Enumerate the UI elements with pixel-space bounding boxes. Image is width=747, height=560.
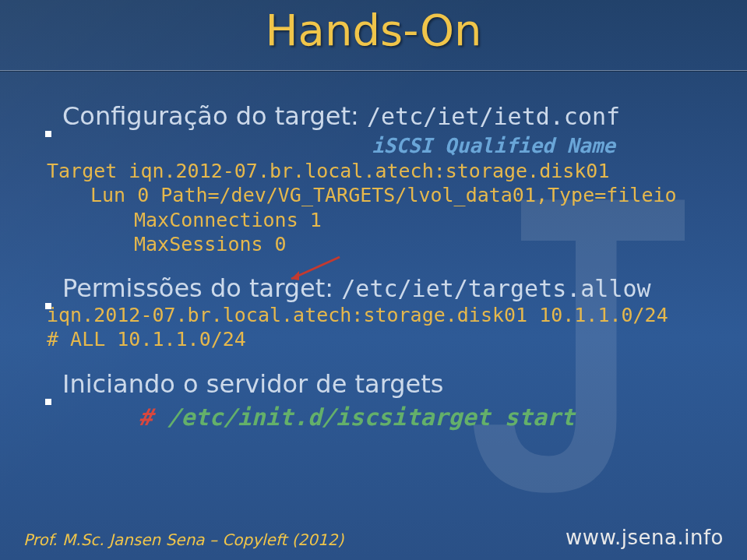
bullet-label: Configuração do target: bbox=[62, 101, 367, 131]
code-line: # ALL 10.1.1.0/24 bbox=[47, 328, 246, 350]
slide-title: Hands-On bbox=[0, 5, 747, 55]
bullet-icon bbox=[45, 303, 51, 309]
command-line: # /etc/init.d/iscsitarget start bbox=[139, 403, 716, 431]
footer-author: Prof. M.Sc. Jansen Sena – Copyleft (2012… bbox=[23, 530, 344, 549]
code-line: MaxConnections 1 bbox=[134, 208, 716, 232]
code-ietd-conf: Target iqn.2012-07.br.local.atech:storag… bbox=[47, 159, 716, 256]
slide: Hands-On Configuração do target: /etc/ie… bbox=[0, 0, 747, 560]
prompt-hash: # bbox=[139, 403, 167, 431]
bullet-label: Permissões do target: bbox=[62, 273, 341, 303]
title-divider bbox=[0, 70, 747, 72]
code-line: iqn.2012-07.br.local.atech:storage.disk0… bbox=[47, 304, 668, 326]
footer-url: www.jsena.info bbox=[566, 526, 724, 549]
bullet-label: Iniciando o servidor de targets bbox=[62, 369, 444, 399]
bullet-text: Permissões do target: /etc/iet/targets.a… bbox=[62, 273, 651, 303]
bullet-config-target: Configuração do target: /etc/iet/ietd.co… bbox=[45, 101, 716, 131]
bullet-text: Configuração do target: /etc/iet/ietd.co… bbox=[62, 101, 620, 131]
code-line: Lun 0 Path=/dev/VG_TARGETS/lvol_data01,T… bbox=[90, 183, 716, 207]
annotation-iqn: iSCSI Qualified Name bbox=[271, 134, 716, 157]
bullet-path: /etc/iet/targets.allow bbox=[341, 275, 650, 302]
command-text: /etc/init.d/iscsitarget start bbox=[167, 403, 575, 431]
bullet-icon bbox=[45, 399, 51, 405]
bullet-permissoes: Permissões do target: /etc/iet/targets.a… bbox=[45, 273, 716, 303]
slide-body: Configuração do target: /etc/iet/ietd.co… bbox=[45, 101, 716, 431]
code-targets-allow: iqn.2012-07.br.local.atech:storage.disk0… bbox=[47, 303, 716, 352]
bullet-path: /etc/iet/ietd.conf bbox=[367, 103, 620, 130]
bullet-icon bbox=[45, 131, 51, 137]
code-line: MaxSessions 0 bbox=[134, 232, 716, 256]
code-line: Target iqn.2012-07.br.local.atech:storag… bbox=[47, 160, 609, 182]
bullet-iniciando: Iniciando o servidor de targets bbox=[45, 369, 716, 399]
bullet-text: Iniciando o servidor de targets bbox=[62, 369, 444, 399]
